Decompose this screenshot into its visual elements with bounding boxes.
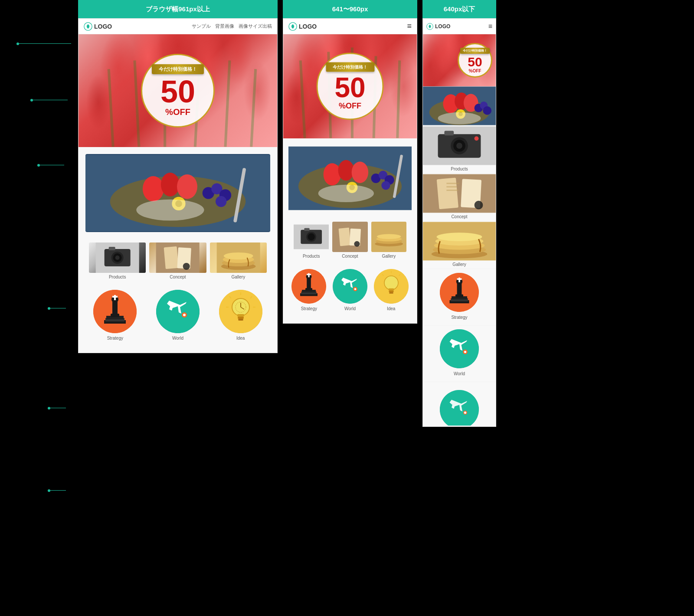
narrow-browser: LOGO ≡ 今だけ特別価格！ 50 %OFF — [422, 18, 496, 427]
nav-links: サンプル 背景画像 画像サイズ出稿 — [192, 23, 272, 29]
svg-rect-39 — [112, 301, 118, 316]
mid-nav: LOGO ≡ — [283, 19, 417, 34]
mid-idea-svg — [374, 269, 409, 304]
world-label: World — [172, 336, 183, 341]
narrow-world-circle-wrap: World — [440, 329, 479, 378]
mid-browser: LOGO ≡ 今だけ特別価格！ 50 — [283, 18, 417, 324]
svg-point-10 — [161, 173, 180, 197]
hero-ribbon: 今だけ特別価格！ — [152, 64, 204, 74]
svg-point-88 — [354, 241, 360, 247]
mid-grid-concept: Concept — [332, 222, 367, 259]
svg-rect-139 — [446, 186, 457, 187]
svg-point-146 — [437, 233, 482, 241]
narrow-bottom-world-wrapper — [423, 382, 496, 426]
svg-rect-151 — [457, 283, 462, 297]
columns-wrapper: ブラウザ幅961px以上 LOGO サンプル 背景画像 画像サイズ出稿 — [78, 0, 694, 427]
mid-camera-label: Products — [303, 254, 320, 259]
narrow-concept: Concept — [423, 174, 496, 221]
mid-gallery-label: Gallery — [382, 254, 396, 259]
wide-three-col: Products Concept — [84, 239, 272, 279]
narrow-world-wrapper: World — [423, 326, 496, 381]
svg-point-163 — [464, 412, 466, 414]
narrow-hamburger-icon[interactable]: ≡ — [488, 23, 492, 30]
wide-strategy: Strategy — [93, 290, 137, 341]
narrow-nav: LOGO ≡ — [423, 19, 496, 34]
narrow-world-label: World — [454, 370, 465, 378]
food-svg — [85, 154, 270, 232]
narrow-bottom-circle — [423, 382, 496, 426]
svg-rect-84 — [304, 228, 309, 231]
nav-link-2[interactable]: 背景画像 — [215, 23, 234, 29]
wide-nav: LOGO サンプル 背景画像 画像サイズ出稿 — [79, 19, 277, 34]
mid-grid-camera: Products — [294, 222, 329, 259]
svg-rect-86 — [339, 228, 351, 246]
svg-rect-109 — [388, 288, 394, 291]
content3-label: コンテンツ (3) — [0, 486, 45, 495]
logo-label: ロゴ — [0, 39, 14, 48]
camera-label: Products — [109, 275, 126, 279]
svg-rect-52 — [238, 319, 243, 321]
wide-browser: LOGO サンプル 背景画像 画像サイズ出稿 — [78, 18, 278, 353]
mid-camera-image — [294, 222, 329, 252]
hamburger-icon[interactable]: ≡ — [407, 22, 412, 31]
mid-grid-gallery: Gallery — [371, 222, 406, 259]
svg-point-75 — [381, 181, 390, 190]
mid-food-svg — [288, 144, 412, 213]
logo-text: LOGO — [94, 23, 112, 30]
idea-label: Idea — [236, 336, 245, 341]
mid-content1 — [283, 138, 417, 218]
mid-world-svg — [333, 269, 367, 304]
svg-rect-50 — [237, 314, 244, 317]
svg-point-93 — [377, 234, 401, 239]
svg-line-5 — [226, 60, 230, 147]
wide-bottom-spacer — [79, 344, 277, 353]
mid-concept-image — [332, 222, 367, 252]
narrow-pancake-svg-full — [423, 222, 496, 261]
wide-food-image — [85, 154, 270, 232]
narrow-gallery-label: Gallery — [423, 261, 496, 269]
narrow-hero-circle: 今だけ特別価格！ 50 %OFF — [458, 43, 492, 78]
mid-hero-ribbon: 今だけ特別価格！ — [326, 62, 374, 72]
camera-svg — [89, 242, 146, 273]
billboard-label: ビルボード — [0, 161, 35, 170]
world-circle — [156, 290, 200, 333]
wide-hero: 今だけ特別価格！ 50 %OFF — [79, 34, 277, 147]
mid-idea-circle — [374, 269, 409, 304]
narrow-hero: 今だけ特別価格！ 50 %OFF — [423, 34, 496, 86]
svg-point-83 — [308, 233, 315, 240]
svg-point-24 — [115, 256, 120, 260]
svg-point-123 — [483, 106, 491, 115]
nav-link-1[interactable]: サンプル — [192, 23, 211, 29]
svg-rect-134 — [423, 174, 496, 213]
mid-strategy-circle — [291, 269, 326, 304]
mid-strategy-svg — [291, 269, 326, 304]
mid-food-image — [288, 144, 412, 213]
narrow-camera: Products — [423, 126, 496, 173]
fullbg-label: 全面背景 — [0, 95, 28, 105]
mid-hero: 今だけ特別価格！ 50 %OFF — [283, 34, 417, 138]
narrow-hero-percent: 50 — [468, 56, 482, 69]
nav-link-3[interactable]: 画像サイズ出稿 — [239, 23, 272, 29]
idea-circle — [219, 290, 262, 333]
svg-rect-138 — [446, 183, 459, 184]
mid-world-circle — [333, 269, 367, 304]
concept-label: Concept — [170, 275, 186, 279]
camera-image — [89, 242, 146, 273]
svg-point-19 — [136, 200, 204, 221]
mid-book-svg — [332, 222, 367, 252]
svg-point-11 — [177, 174, 197, 199]
strategy-svg — [93, 290, 137, 333]
wide-world: World — [156, 290, 200, 341]
svg-line-1 — [109, 69, 113, 147]
svg-rect-135 — [437, 178, 458, 210]
gallery-label: Gallery — [231, 275, 245, 279]
mid-three-col: Products Concept — [288, 218, 412, 259]
wide-grid-gallery: Gallery — [210, 242, 267, 279]
svg-rect-152 — [455, 295, 463, 298]
mid-hero-percent: 50 — [334, 74, 365, 102]
svg-point-71 — [352, 162, 368, 183]
mid-camera-svg — [294, 222, 329, 252]
strategy-circle — [93, 290, 137, 333]
mid-circles: Strategy — [288, 269, 412, 311]
narrow-partial-world-svg — [440, 390, 479, 426]
